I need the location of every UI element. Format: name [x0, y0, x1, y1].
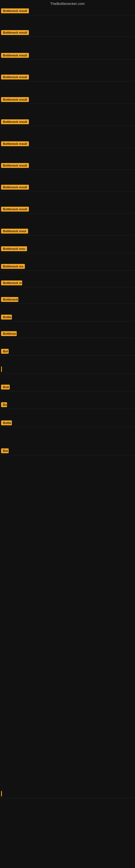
result-row-20: Bott [0, 383, 135, 392]
spacer [0, 355, 135, 365]
bottleneck-badge[interactable]: Bottleneck result [1, 141, 29, 146]
result-row-17: Bottlenec [0, 330, 135, 338]
result-row-14: Bottleneck re [0, 279, 135, 287]
result-row-2: Bottleneck result [0, 29, 135, 37]
result-row-9: Bottleneck result [0, 183, 135, 191]
bottleneck-badge[interactable]: Bottleneck result [1, 185, 29, 190]
result-row-13: Bottleneck res [0, 262, 135, 271]
bottleneck-badge[interactable]: Bottleneck result [1, 30, 29, 35]
spacer [0, 104, 135, 118]
spacer [0, 392, 135, 401]
spacer [0, 15, 135, 29]
site-title-bar: TheBottlenecker.com [0, 0, 135, 7]
spacer [0, 455, 135, 789]
bottleneck-badge[interactable]: Bottleneck res [1, 264, 25, 269]
spacer [0, 60, 135, 73]
bottleneck-badge[interactable]: Bot [1, 448, 9, 453]
spacer [0, 82, 135, 95]
spacer [0, 214, 135, 227]
result-row-24 [0, 789, 135, 798]
bottleneck-badge[interactable]: Bottleneck result [1, 74, 29, 80]
result-row-1: Bottleneck result [0, 7, 135, 15]
spacer [0, 37, 135, 51]
vertical-bar-indicator [1, 791, 2, 796]
result-row-23: Bot [0, 447, 135, 455]
spacer [0, 287, 135, 296]
bottleneck-badge[interactable]: Bottleneck [1, 297, 18, 302]
bottleneck-badge[interactable]: Bot [1, 349, 9, 354]
bottleneck-badge[interactable]: Bott [1, 384, 10, 390]
bottleneck-badge[interactable]: Bo [1, 402, 7, 407]
result-row-16: Bottle [0, 313, 135, 321]
rows-container: Bottleneck resultBottleneck resultBottle… [0, 7, 135, 798]
spacer [0, 338, 135, 347]
result-row-21: Bo [0, 401, 135, 409]
result-row-11: Bottleneck resul [0, 227, 135, 236]
bottleneck-badge[interactable]: Bottlenec [1, 331, 17, 336]
result-row-8: Bottleneck result [0, 161, 135, 170]
bottleneck-badge[interactable]: Bottle [1, 315, 12, 319]
result-row-6: Bottleneck result [0, 118, 135, 126]
spacer [0, 321, 135, 330]
result-row-7: Bottleneck result [0, 140, 135, 148]
bottleneck-badge[interactable]: Bottleneck result [1, 163, 29, 168]
spacer [0, 374, 135, 383]
vertical-bar-indicator [1, 367, 2, 372]
bottleneck-badge[interactable]: Bottleneck result [1, 8, 29, 13]
spacer [0, 236, 135, 245]
spacer [0, 271, 135, 279]
spacer [0, 253, 135, 262]
bottleneck-badge[interactable]: Bottleneck resu [1, 246, 27, 251]
bottleneck-badge[interactable]: Bottleneck result [1, 97, 29, 102]
result-row-22: Bottle [0, 419, 135, 427]
spacer [0, 427, 135, 447]
spacer [0, 191, 135, 205]
spacer [0, 170, 135, 183]
spacer [0, 148, 135, 161]
result-row-12: Bottleneck resu [0, 245, 135, 253]
site-title: TheBottlenecker.com [0, 0, 135, 7]
bottleneck-badge[interactable]: Bottle [1, 421, 12, 425]
spacer [0, 126, 135, 140]
bottleneck-badge[interactable]: Bottleneck result [1, 53, 29, 58]
bottleneck-badge[interactable]: Bottleneck result [1, 207, 29, 212]
bottleneck-badge[interactable]: Bottleneck resul [1, 229, 28, 234]
result-row-18: Bot [0, 347, 135, 355]
result-row-4: Bottleneck result [0, 73, 135, 82]
result-row-3: Bottleneck result [0, 51, 135, 60]
spacer [0, 409, 135, 419]
bottleneck-badge[interactable]: Bottleneck re [1, 280, 22, 285]
result-row-10: Bottleneck result [0, 205, 135, 214]
bottleneck-badge[interactable]: Bottleneck result [1, 119, 29, 124]
result-row-15: Bottleneck [0, 296, 135, 304]
result-row-5: Bottleneck result [0, 95, 135, 104]
spacer [0, 304, 135, 313]
result-row-19 [0, 365, 135, 374]
